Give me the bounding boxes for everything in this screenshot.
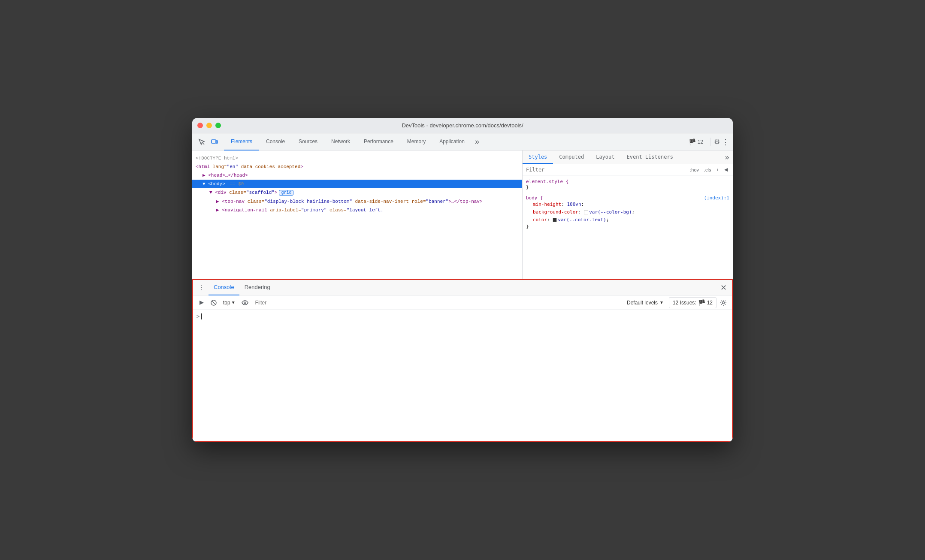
devtools-content: <!DOCTYPE html> <html lang="en" data-coo…	[192, 151, 733, 442]
style-prop-min-height[interactable]: min-height: 100vh;	[533, 201, 729, 208]
nav-left-icons	[196, 136, 221, 148]
more-options-button[interactable]: ⋮	[722, 137, 729, 147]
inspect-element-button[interactable]	[196, 136, 208, 148]
devtools-nav: Elements Console Sources Network Perform…	[192, 133, 733, 151]
nav-right-actions: 🏴 12 ⚙ ⋮	[685, 137, 729, 147]
svg-line-5	[212, 301, 215, 304]
default-levels-label: Default levels	[627, 300, 658, 306]
styles-panel: Styles Computed Layout Event Listeners »…	[523, 151, 733, 279]
window-title: DevTools - developer.chrome.com/docs/dev…	[402, 122, 523, 129]
style-rule-element: element.style { }	[526, 179, 729, 190]
html-line-nav-rail[interactable]: ▶ <navigation-rail aria-label="primary" …	[192, 206, 522, 214]
style-prop-background-color[interactable]: background-color: var(--color-bg);	[533, 208, 729, 216]
console-cursor	[201, 313, 202, 319]
issues-count-button[interactable]: 12 Issues: 🏴 12	[669, 297, 716, 308]
style-selector-body: body {	[526, 195, 543, 201]
add-style-button[interactable]: +	[715, 166, 721, 173]
issues-badge[interactable]: 🏴 12	[685, 137, 707, 147]
filter-buttons: :hov .cls + ◀	[688, 166, 729, 173]
default-levels-button[interactable]: Default levels ▼	[623, 298, 667, 307]
svg-line-0	[202, 142, 204, 145]
styles-more-tabs[interactable]: »	[721, 151, 733, 164]
styles-filter-bar: :hov .cls + ◀	[523, 164, 733, 175]
styles-tab-event-listeners[interactable]: Event Listeners	[621, 151, 679, 164]
html-line-html[interactable]: <html lang="en" data-cookies-accepted>	[192, 163, 522, 171]
issues-count-label: 12	[698, 139, 703, 145]
styles-tab-layout[interactable]: Layout	[590, 151, 620, 164]
tab-console[interactable]: Console	[259, 133, 292, 151]
style-props-body: min-height: 100vh; background-color: var…	[526, 201, 729, 224]
console-settings-button[interactable]	[718, 298, 729, 308]
html-tag-open: <html	[196, 164, 213, 169]
style-rule-selector-body-row: body { (index):1	[526, 195, 729, 201]
tab-performance[interactable]: Performance	[357, 133, 400, 151]
devtools-tabs: Elements Console Sources Network Perform…	[224, 133, 685, 151]
elements-tree: <!DOCTYPE html> <html lang="en" data-coo…	[192, 151, 522, 279]
color-swatch[interactable]	[553, 218, 557, 222]
divider	[710, 138, 710, 146]
svg-marker-3	[200, 301, 204, 305]
execute-context-button[interactable]	[196, 298, 207, 308]
tab-sources[interactable]: Sources	[292, 133, 324, 151]
tab-network[interactable]: Network	[324, 133, 357, 151]
issues-count-num: 12	[707, 300, 713, 306]
console-filter-input[interactable]	[252, 298, 622, 307]
console-tab-rendering[interactable]: Rendering	[239, 280, 275, 295]
toggle-view-button[interactable]: ◀	[722, 166, 729, 173]
top-label: top	[223, 300, 230, 306]
styles-content: element.style { } body { (index):1	[523, 175, 733, 279]
execution-context-selector[interactable]: top ▼	[221, 299, 238, 307]
context-dropdown-icon: ▼	[231, 300, 236, 305]
eye-button[interactable]	[240, 298, 250, 308]
svg-rect-2	[216, 141, 218, 143]
doctype-text: <!DOCTYPE html>	[196, 156, 238, 161]
settings-button[interactable]: ⚙	[714, 138, 720, 146]
hov-filter-button[interactable]: :hov	[688, 166, 701, 173]
tab-memory[interactable]: Memory	[400, 133, 432, 151]
levels-dropdown-icon: ▼	[659, 300, 664, 305]
styles-tab-computed[interactable]: Computed	[553, 151, 590, 164]
style-prop-color[interactable]: color: var(--color-text);	[533, 216, 729, 224]
more-tabs-button[interactable]: »	[472, 133, 483, 151]
devtools-window: DevTools - developer.chrome.com/docs/dev…	[192, 118, 733, 442]
html-line-body[interactable]: ▼ <body> == $0	[192, 180, 522, 188]
console-prompt-line: >	[196, 313, 729, 319]
svg-point-7	[722, 301, 725, 304]
html-line-div-scaffold[interactable]: ▼ <div class="scaffold">grid	[192, 188, 522, 197]
console-toolbar: top ▼ Default levels ▼	[193, 295, 732, 310]
device-toggle-button[interactable]	[209, 136, 221, 148]
styles-tab-styles[interactable]: Styles	[523, 151, 553, 164]
tab-application[interactable]: Application	[432, 133, 472, 151]
svg-rect-1	[212, 140, 216, 143]
tab-elements[interactable]: Elements	[224, 133, 259, 151]
clear-console-button[interactable]	[209, 298, 219, 308]
minimize-button[interactable]	[206, 123, 212, 128]
html-line-head[interactable]: ▶ <head>…</head>	[192, 171, 522, 180]
title-bar: DevTools - developer.chrome.com/docs/dev…	[192, 118, 733, 133]
issues-flag-icon: 🏴	[698, 299, 705, 306]
issues-count-text: 12 Issues:	[673, 300, 696, 306]
close-button[interactable]	[197, 123, 203, 128]
html-line-top-nav[interactable]: ▶ <top-nav class="display-block hairline…	[192, 197, 522, 206]
style-rule-body: body { (index):1 min-height: 100vh; back…	[526, 195, 729, 229]
grid-badge[interactable]: grid	[279, 190, 293, 196]
style-rule-selector-element: element.style {	[526, 179, 729, 184]
console-menu-button[interactable]: ⋮	[196, 283, 207, 293]
console-body[interactable]: >	[193, 310, 732, 441]
styles-filter-input[interactable]	[526, 167, 685, 173]
devtools-top-area: <!DOCTYPE html> <html lang="en" data-coo…	[192, 151, 733, 279]
cls-filter-button[interactable]: .cls	[702, 166, 713, 173]
style-source-body[interactable]: (index):1	[704, 195, 729, 201]
issues-icon: 🏴	[689, 138, 696, 145]
svg-point-6	[244, 302, 246, 304]
bg-color-swatch[interactable]	[584, 210, 588, 214]
traffic-lights	[197, 123, 221, 128]
html-line-doctype[interactable]: <!DOCTYPE html>	[192, 154, 522, 163]
styles-tabs: Styles Computed Layout Event Listeners »	[523, 151, 733, 164]
console-panel: ⋮ Console Rendering ✕	[192, 279, 733, 442]
maximize-button[interactable]	[215, 123, 221, 128]
console-tab-console[interactable]: Console	[209, 280, 239, 295]
console-close-button[interactable]: ✕	[718, 283, 729, 293]
elements-panel[interactable]: <!DOCTYPE html> <html lang="en" data-coo…	[192, 151, 523, 279]
console-header: ⋮ Console Rendering ✕	[193, 280, 732, 295]
